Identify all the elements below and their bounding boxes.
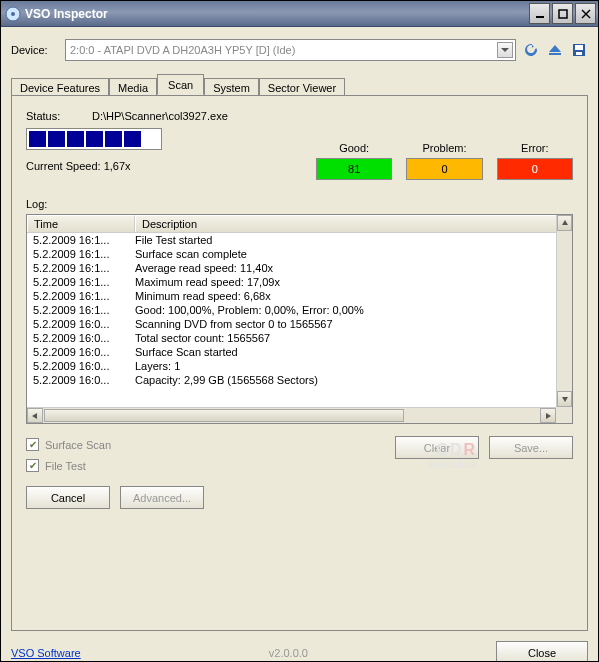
cancel-button[interactable]: Cancel	[26, 486, 110, 509]
tab-device-features[interactable]: Device Features	[11, 78, 109, 96]
svg-marker-15	[546, 413, 551, 419]
minimize-button[interactable]	[529, 3, 550, 24]
log-description: File Test started	[135, 234, 550, 246]
svg-marker-13	[562, 397, 568, 402]
svg-marker-14	[32, 413, 37, 419]
log-description: Average read speed: 11,40x	[135, 262, 550, 274]
checkbox-checked-icon: ✔	[26, 438, 39, 451]
error-label: Error:	[497, 142, 573, 154]
device-label: Device:	[11, 44, 65, 56]
log-description: Capacity: 2,99 GB (1565568 Sectors)	[135, 374, 550, 386]
good-label: Good:	[316, 142, 392, 154]
log-time: 5.2.2009 16:1...	[33, 262, 135, 274]
clear-button[interactable]: Clear	[395, 436, 479, 459]
tab-scan[interactable]: Scan	[157, 74, 204, 95]
device-combo[interactable]: 2:0:0 - ATAPI DVD A DH20A3H YP5Y [D] (Id…	[65, 39, 516, 61]
log-row[interactable]: 5.2.2009 16:1...Maximum read speed: 17,0…	[27, 275, 556, 289]
log-time: 5.2.2009 16:1...	[33, 234, 135, 246]
log-row[interactable]: 5.2.2009 16:1...Average read speed: 11,4…	[27, 261, 556, 275]
log-row[interactable]: 5.2.2009 16:0...Layers: 1	[27, 359, 556, 373]
scroll-thumb[interactable]	[44, 409, 404, 422]
close-button[interactable]	[575, 3, 596, 24]
svg-rect-8	[549, 53, 561, 55]
log-time: 5.2.2009 16:1...	[33, 276, 135, 288]
version-label: v2.0.0.0	[81, 647, 496, 659]
device-selected: 2:0:0 - ATAPI DVD A DH20A3H YP5Y [D] (Id…	[70, 44, 295, 56]
log-description: Surface Scan started	[135, 346, 550, 358]
problem-label: Problem:	[406, 142, 482, 154]
app-icon	[5, 6, 21, 22]
scroll-down-icon[interactable]	[557, 391, 572, 407]
log-description: Surface scan complete	[135, 248, 550, 260]
log-description: Layers: 1	[135, 360, 550, 372]
tab-sector-viewer[interactable]: Sector Viewer	[259, 78, 345, 96]
log-time: 5.2.2009 16:1...	[33, 290, 135, 302]
log-row[interactable]: 5.2.2009 16:1...File Test started	[27, 233, 556, 247]
svg-rect-11	[576, 52, 582, 55]
checkbox-checked-icon: ✔	[26, 459, 39, 472]
column-description[interactable]: Description	[135, 215, 572, 232]
status-value: D:\HP\Scanner\col3927.exe	[92, 110, 228, 122]
vso-software-link[interactable]: VSO Software	[11, 647, 81, 659]
save-icon[interactable]	[570, 41, 588, 59]
window-title: VSO Inspector	[25, 7, 527, 21]
chevron-down-icon[interactable]	[497, 42, 513, 58]
error-value: 0	[497, 158, 573, 180]
surface-scan-checkbox[interactable]: ✔ Surface Scan	[26, 438, 395, 451]
status-label: Status:	[26, 110, 92, 122]
advanced-button[interactable]: Advanced...	[120, 486, 204, 509]
svg-rect-10	[575, 45, 583, 50]
tabstrip: Device Features Media Scan System Sector…	[11, 73, 588, 95]
svg-marker-6	[501, 48, 509, 52]
log-listview[interactable]: Time Description 5.2.2009 16:1...File Te…	[26, 214, 573, 424]
scroll-corner	[556, 407, 572, 423]
log-row[interactable]: 5.2.2009 16:1...Good: 100,00%, Problem: …	[27, 303, 556, 317]
refresh-icon[interactable]	[522, 41, 540, 59]
scroll-up-icon[interactable]	[557, 215, 572, 231]
log-row[interactable]: 5.2.2009 16:0...Capacity: 2,99 GB (15655…	[27, 373, 556, 387]
log-row[interactable]: 5.2.2009 16:0...Scanning DVD from sector…	[27, 317, 556, 331]
save-button[interactable]: Save...	[489, 436, 573, 459]
log-description: Scanning DVD from sector 0 to 1565567	[135, 318, 550, 330]
svg-rect-2	[536, 16, 544, 18]
scroll-left-icon[interactable]	[27, 408, 43, 423]
svg-point-1	[11, 12, 15, 16]
svg-marker-7	[549, 45, 561, 52]
log-row[interactable]: 5.2.2009 16:0...Total sector count: 1565…	[27, 331, 556, 345]
log-time: 5.2.2009 16:0...	[33, 374, 135, 386]
tab-media[interactable]: Media	[109, 78, 157, 96]
log-time: 5.2.2009 16:0...	[33, 360, 135, 372]
surface-scan-label: Surface Scan	[45, 439, 111, 451]
log-description: Good: 100,00%, Problem: 0,00%, Error: 0,…	[135, 304, 550, 316]
log-time: 5.2.2009 16:1...	[33, 248, 135, 260]
log-time: 5.2.2009 16:1...	[33, 304, 135, 316]
tab-panel: Status: D:\HP\Scanner\col3927.exe Curren…	[11, 95, 588, 631]
svg-rect-3	[559, 10, 567, 18]
close-dialog-button[interactable]: Close	[496, 641, 588, 662]
log-row[interactable]: 5.2.2009 16:1...Minimum read speed: 6,68…	[27, 289, 556, 303]
log-description: Maximum read speed: 17,09x	[135, 276, 550, 288]
log-description: Total sector count: 1565567	[135, 332, 550, 344]
svg-marker-12	[562, 220, 568, 225]
progress-bar	[26, 128, 162, 150]
tab-system[interactable]: System	[204, 78, 259, 96]
file-test-checkbox[interactable]: ✔ File Test	[26, 459, 395, 472]
horizontal-scrollbar[interactable]	[27, 407, 556, 423]
problem-value: 0	[406, 158, 482, 180]
scroll-right-icon[interactable]	[540, 408, 556, 423]
log-time: 5.2.2009 16:0...	[33, 332, 135, 344]
good-value: 81	[316, 158, 392, 180]
column-time[interactable]: Time	[27, 215, 135, 232]
log-time: 5.2.2009 16:0...	[33, 318, 135, 330]
log-time: 5.2.2009 16:0...	[33, 346, 135, 358]
log-row[interactable]: 5.2.2009 16:1...Surface scan complete	[27, 247, 556, 261]
log-row[interactable]: 5.2.2009 16:0...Surface Scan started	[27, 345, 556, 359]
maximize-button[interactable]	[552, 3, 573, 24]
log-description: Minimum read speed: 6,68x	[135, 290, 550, 302]
eject-icon[interactable]	[546, 41, 564, 59]
vertical-scrollbar[interactable]	[556, 215, 572, 407]
titlebar[interactable]: VSO Inspector	[1, 1, 598, 27]
file-test-label: File Test	[45, 460, 86, 472]
log-label: Log:	[26, 198, 573, 210]
